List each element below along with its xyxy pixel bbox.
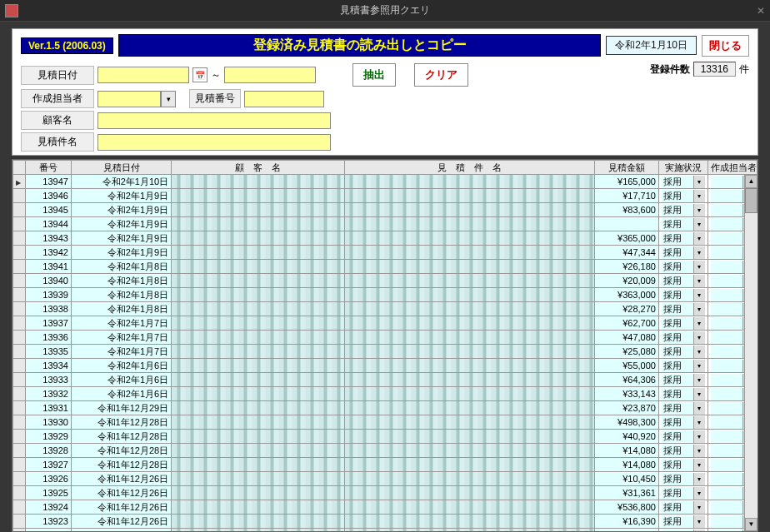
cell-status[interactable]: 採用▾ — [658, 345, 708, 359]
table-row[interactable]: 13943令和2年1月9日xxxxxxxxxxxxxxxxxx¥365,000採… — [13, 231, 758, 246]
author-combo-input[interactable] — [98, 91, 161, 107]
row-selector[interactable] — [13, 316, 26, 331]
cell-status[interactable]: 採用▾ — [658, 203, 708, 217]
chevron-down-icon[interactable]: ▾ — [693, 317, 705, 330]
row-selector[interactable] — [13, 387, 26, 401]
row-selector[interactable] — [13, 288, 26, 302]
chevron-down-icon[interactable]: ▾ — [693, 303, 705, 316]
cell-status[interactable]: 採用▾ — [658, 415, 708, 430]
table-row[interactable]: 13938令和2年1月8日xxxxxxxxxxxxxxxxxx¥28,270採用… — [13, 302, 758, 316]
chevron-down-icon[interactable]: ▾ — [693, 218, 705, 231]
table-row[interactable]: 13925令和1年12月26日xxxxxxxxxxxxxxxxxx¥31,361… — [13, 486, 758, 500]
chevron-down-icon[interactable]: ▾ — [693, 530, 705, 533]
row-selector[interactable] — [13, 430, 26, 444]
chevron-down-icon[interactable]: ▾ — [693, 430, 705, 443]
row-selector[interactable] — [13, 260, 26, 274]
cell-status[interactable]: 採用▾ — [658, 302, 708, 316]
row-selector[interactable] — [13, 231, 26, 246]
chevron-down-icon[interactable]: ▾ — [693, 261, 705, 273]
chevron-down-icon[interactable]: ▾ — [161, 91, 176, 107]
table-row[interactable]: 13926令和1年12月26日xxxxxxxxxxxxxxxxxx¥10,450… — [13, 472, 758, 486]
chevron-down-icon[interactable]: ▾ — [693, 459, 705, 471]
table-row[interactable]: 13929令和1年12月28日xxxxxxxxxxxxxxxxxx¥40,920… — [13, 430, 758, 444]
chevron-down-icon[interactable]: ▾ — [693, 176, 705, 188]
col-person[interactable]: 作成担当者 — [708, 161, 757, 175]
cell-status[interactable]: 採用▾ — [658, 316, 708, 331]
calendar-icon[interactable]: 📅 — [192, 67, 208, 82]
chevron-down-icon[interactable]: ▾ — [693, 289, 705, 301]
cell-status[interactable]: 採用▾ — [658, 444, 708, 458]
chevron-down-icon[interactable]: ▾ — [693, 331, 705, 344]
chevron-down-icon[interactable]: ▾ — [693, 388, 705, 400]
cell-status[interactable]: 採用▾ — [658, 359, 708, 373]
chevron-down-icon[interactable]: ▾ — [693, 402, 705, 415]
clear-button[interactable]: クリア — [414, 63, 468, 87]
table-row[interactable]: 13935令和2年1月7日xxxxxxxxxxxxxxxxxx¥25,080採用… — [13, 345, 758, 359]
cell-status[interactable]: 採用▾ — [658, 486, 708, 500]
table-row[interactable]: 13931令和1年12月29日xxxxxxxxxxxxxxxxxx¥23,870… — [13, 401, 758, 415]
row-selector[interactable] — [13, 302, 26, 316]
row-selector[interactable] — [13, 203, 26, 217]
row-selector[interactable] — [13, 246, 26, 260]
table-row[interactable]: 13942令和2年1月9日xxxxxxxxxxxxxxxxxx¥47,344採用… — [13, 246, 758, 260]
table-row[interactable]: 13924令和1年12月26日xxxxxxxxxxxxxxxxxx¥536,80… — [13, 500, 758, 515]
row-selector[interactable] — [13, 373, 26, 387]
table-row[interactable]: 13921令和1年12月25日xxxxxxxxxxxxxxxxxx¥125,51… — [13, 529, 758, 533]
estimate-no-input[interactable] — [244, 91, 324, 107]
chevron-down-icon[interactable]: ▾ — [693, 346, 705, 358]
row-selector[interactable] — [13, 401, 26, 415]
window-close-icon[interactable]: ✕ — [757, 5, 765, 17]
cell-status[interactable]: 採用▾ — [658, 430, 708, 444]
chevron-down-icon[interactable]: ▾ — [693, 416, 705, 429]
row-selector[interactable] — [13, 217, 26, 231]
vertical-scrollbar[interactable]: ▲ ▼ — [744, 175, 758, 531]
cell-status[interactable]: 採用▾ — [658, 387, 708, 401]
table-row[interactable]: 13937令和2年1月7日xxxxxxxxxxxxxxxxxx¥62,700採用… — [13, 316, 758, 331]
col-status[interactable]: 実施状況 — [658, 161, 708, 175]
chevron-down-icon[interactable]: ▾ — [693, 360, 705, 372]
row-selector[interactable] — [13, 444, 26, 458]
cell-status[interactable]: 採用▾ — [658, 529, 708, 533]
cell-status[interactable]: 採用▾ — [658, 260, 708, 274]
chevron-down-icon[interactable]: ▾ — [693, 487, 705, 500]
row-selector[interactable] — [13, 529, 26, 533]
row-selector[interactable] — [13, 189, 26, 203]
chevron-down-icon[interactable]: ▾ — [693, 232, 705, 245]
scroll-down-icon[interactable]: ▼ — [745, 518, 758, 531]
row-selector[interactable] — [13, 359, 26, 373]
table-row[interactable]: 13933令和2年1月6日xxxxxxxxxxxxxxxxxx¥64,306採用… — [13, 373, 758, 387]
close-button[interactable]: 閉じる — [702, 35, 749, 57]
subject-input[interactable] — [98, 134, 331, 151]
chevron-down-icon[interactable]: ▾ — [693, 190, 705, 202]
cell-status[interactable]: 採用▾ — [658, 401, 708, 415]
col-id[interactable]: 番号 — [26, 161, 72, 175]
cell-status[interactable]: 採用▾ — [658, 274, 708, 288]
row-selector[interactable] — [13, 500, 26, 515]
table-row[interactable]: 13932令和2年1月6日xxxxxxxxxxxxxxxxxx¥33,143採用… — [13, 387, 758, 401]
table-row[interactable]: 13930令和1年12月28日xxxxxxxxxxxxxxxxxx¥498,30… — [13, 415, 758, 430]
table-row[interactable]: 13945令和2年1月9日xxxxxxxxxxxxxxxxxx¥83,600採用… — [13, 203, 758, 217]
table-row[interactable]: 13928令和1年12月28日xxxxxxxxxxxxxxxxxx¥14,080… — [13, 444, 758, 458]
chevron-down-icon[interactable]: ▾ — [693, 515, 705, 528]
table-row[interactable]: 13944令和2年1月9日xxxxxxxxxxxxxxxxxx採用▾xx▾ — [13, 217, 758, 231]
cell-status[interactable]: 採用▾ — [658, 175, 708, 189]
row-selector[interactable] — [13, 175, 26, 189]
row-selector[interactable] — [13, 515, 26, 529]
cell-status[interactable]: 採用▾ — [658, 458, 708, 472]
chevron-down-icon[interactable]: ▾ — [693, 473, 705, 485]
customer-input[interactable] — [98, 112, 331, 129]
row-selector[interactable] — [13, 331, 26, 345]
col-item[interactable]: 見 積 件 名 — [344, 161, 595, 175]
cell-status[interactable]: 採用▾ — [658, 231, 708, 246]
scroll-thumb[interactable] — [745, 188, 758, 213]
row-selector[interactable] — [13, 415, 26, 430]
table-row[interactable]: 13946令和2年1月9日xxxxxxxxxxxxxxxxxx¥17,710採用… — [13, 189, 758, 203]
date-from-input[interactable] — [98, 67, 189, 83]
cell-status[interactable]: 採用▾ — [658, 189, 708, 203]
row-selector[interactable] — [13, 486, 26, 500]
cell-status[interactable]: 採用▾ — [658, 515, 708, 529]
date-to-input[interactable] — [224, 67, 316, 83]
scroll-up-icon[interactable]: ▲ — [745, 175, 758, 188]
cell-status[interactable]: 採用▾ — [658, 217, 708, 231]
col-date[interactable]: 見積日付 — [71, 161, 171, 175]
